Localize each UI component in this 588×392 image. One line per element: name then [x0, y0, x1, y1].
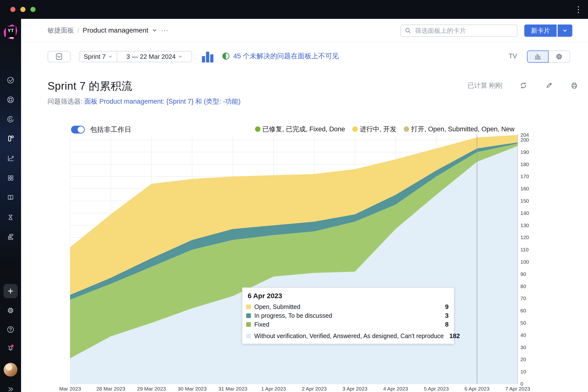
minimize-window-button[interactable] [20, 7, 26, 12]
swirl-icon [6, 114, 16, 124]
tooltip-row: In progress, To be discussed3 [246, 311, 448, 320]
tooltip-swatch-icon [246, 334, 251, 338]
maximize-window-button[interactable] [30, 7, 36, 12]
sidebar-item-dashboards[interactable] [6, 173, 16, 183]
sidebar-item-timesheets[interactable] [6, 212, 16, 222]
svg-text:28 Mar 2023: 28 Mar 2023 [96, 386, 125, 392]
svg-text:29 Mar 2023: 29 Mar 2023 [137, 386, 166, 392]
svg-text:Mar 2023: Mar 2023 [59, 386, 81, 392]
grid-icon [6, 173, 16, 183]
svg-text:130: 130 [520, 222, 529, 228]
svg-text:110: 110 [520, 247, 528, 252]
svg-text:0: 0 [520, 381, 523, 386]
tooltip-label: Fixed [254, 321, 432, 328]
legend-item: 已修复, 已完成, Fixed, Done [255, 125, 345, 134]
tooltip-row: Without verification, Verified, Answered… [246, 330, 448, 341]
window-controls [10, 7, 36, 12]
non-working-days-toggle[interactable] [71, 126, 85, 134]
chart-legend: 已修复, 已完成, Fixed, Done进行中, 开发打开, Open, Su… [279, 125, 514, 133]
browser-menu-icon[interactable]: ⋮ [574, 4, 582, 15]
sprint-selector[interactable]: Sprint 7 [79, 51, 117, 62]
youtrack-logo[interactable]: YT [4, 24, 18, 40]
date-range-label: 3 — 22 Mar 2024 [126, 53, 176, 60]
calculated-status: 已计算 刚刚 [468, 81, 502, 90]
sprint-label: Sprint 7 [84, 53, 106, 60]
tooltip-label: In progress, To be discussed [254, 312, 432, 319]
chevron-down-icon[interactable] [152, 28, 158, 33]
tooltip-row: Open, Submitted9 [246, 302, 448, 311]
gear-icon [6, 306, 16, 315]
double-chevron-right-icon [6, 384, 16, 392]
chevron-down-icon [562, 28, 568, 33]
print-icon[interactable] [570, 81, 579, 90]
unresolved-issues-link[interactable]: 45 个未解决的问题在面板上不可见 [233, 52, 339, 61]
board-chart-icon[interactable] [201, 50, 214, 64]
backlog-button[interactable] [48, 51, 70, 62]
board-more-button[interactable]: ⋯ [161, 28, 169, 33]
date-range-selector[interactable]: 3 — 22 Mar 2024 [117, 51, 192, 62]
svg-text:40: 40 [520, 332, 526, 338]
svg-text:140: 140 [520, 210, 529, 216]
sidebar-item-knowledge[interactable] [6, 114, 16, 124]
new-card-button[interactable]: 新卡片 [524, 24, 557, 37]
svg-text:70: 70 [520, 296, 526, 301]
search-icon [404, 27, 412, 34]
filter-query-link[interactable]: 面板 Product management: {Sprint 7} 和 (类型:… [84, 98, 240, 105]
legend-item: 打开, Open, Submitted, Open, New [404, 125, 514, 134]
sidebar-settings-button[interactable] [6, 306, 16, 315]
sidebar-item-agile-boards[interactable] [6, 134, 16, 143]
svg-text:80: 80 [520, 284, 526, 289]
new-card-split-button: 新卡片 [524, 24, 572, 37]
close-window-button[interactable] [10, 7, 16, 12]
breadcrumb-board-name[interactable]: Product management [83, 26, 148, 34]
chevron-down-icon [108, 54, 112, 59]
board-settings-button[interactable] [548, 50, 570, 63]
expand-sidebar-button[interactable] [6, 384, 16, 392]
refresh-icon[interactable] [519, 81, 528, 90]
half-circle-status-icon [222, 52, 230, 60]
agile-board-icon [6, 134, 16, 143]
tooltip-value: 8 [436, 321, 448, 328]
notifications-button[interactable] [6, 343, 16, 352]
help-icon [6, 324, 16, 334]
filter-cards-input[interactable] [414, 27, 514, 35]
sidebar-item-gantt[interactable] [6, 232, 16, 242]
user-avatar[interactable] [4, 363, 18, 376]
search-box [400, 24, 518, 37]
filter-label: 问题筛选器: [48, 98, 82, 105]
tooltip-label: Open, Submitted [254, 303, 432, 310]
lifebuoy-icon [6, 95, 16, 104]
tv-mode-button[interactable]: TV [508, 52, 517, 60]
svg-text:100: 100 [520, 259, 529, 264]
tooltip-rows: Open, Submitted9In progress, To be discu… [246, 302, 448, 341]
toggle-label: 包括非工作日 [90, 125, 131, 134]
legend-dot-icon [255, 126, 260, 132]
sidebar-item-reports[interactable] [6, 153, 16, 163]
legend-dot-icon [352, 126, 358, 132]
legend-item: 进行中, 开发 [352, 125, 396, 134]
sidebar-item-knowledge-base[interactable] [6, 192, 16, 202]
bar-chart-icon [201, 50, 214, 63]
sidebar-item-issues[interactable] [6, 75, 16, 85]
tooltip-row: Fixed8 [246, 320, 448, 329]
notification-badge [11, 344, 14, 347]
tooltip-swatch-icon [246, 313, 251, 318]
bell-icon [6, 343, 16, 352]
create-button[interactable] [4, 284, 18, 298]
breadcrumb-agile-boards[interactable]: 敏捷面板 [48, 26, 74, 35]
legend-label: 打开, Open, Submitted, Open, New [411, 125, 514, 134]
macos-titlebar: ⋮ [0, 0, 588, 19]
help-button[interactable] [6, 324, 16, 334]
sidebar-item-helpdesk[interactable] [6, 95, 16, 104]
new-card-dropdown-button[interactable] [558, 24, 572, 37]
view-mode-segmented [527, 50, 570, 63]
edit-icon[interactable] [544, 81, 554, 90]
svg-text:10: 10 [520, 369, 526, 374]
stacked-bars-icon [6, 232, 16, 242]
chart-view-button[interactable] [527, 50, 548, 63]
svg-text:3 Apr 2023: 3 Apr 2023 [342, 386, 368, 392]
unresolved-warning: 45 个未解决的问题在面板上不可见 [222, 52, 339, 61]
tooltip-value: 3 [436, 312, 448, 320]
svg-text:150: 150 [520, 198, 529, 204]
report-title: Sprint 7 的累积流 [48, 79, 132, 93]
